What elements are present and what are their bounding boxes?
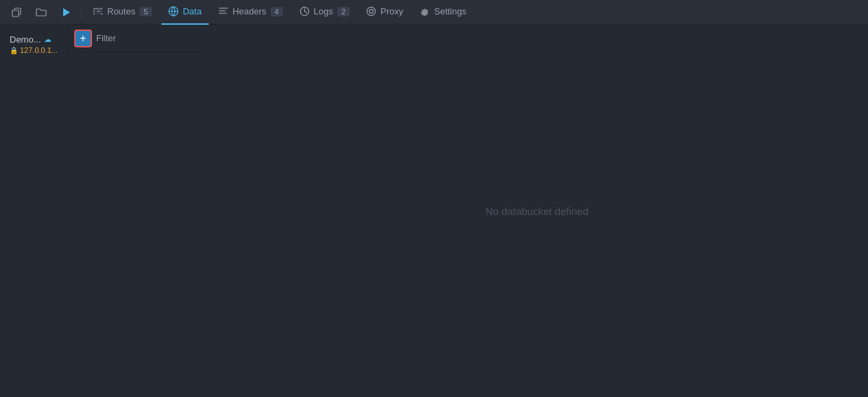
svg-marker-1 <box>63 8 70 16</box>
nav-settings[interactable]: Settings <box>413 0 473 25</box>
proxy-icon <box>366 6 376 16</box>
svg-point-11 <box>367 7 375 15</box>
demo-cloud-icon: ☁ <box>44 35 52 44</box>
play-button[interactable] <box>55 3 77 22</box>
svg-rect-4 <box>93 13 102 14</box>
main-content: Demo... ☁ 🔒 127.0.0.1... + No databucket… <box>0 25 868 397</box>
data-label: Data <box>183 6 201 16</box>
new-window-icon <box>11 7 22 18</box>
svg-point-10 <box>369 10 374 14</box>
data-svg <box>168 6 179 16</box>
logs-badge: 2 <box>337 7 350 16</box>
svg-rect-0 <box>12 10 19 16</box>
top-navigation: Routes 5 Data Headers 4 <box>0 0 868 25</box>
headers-svg <box>218 6 229 16</box>
lock-icon: 🔒 <box>10 47 18 54</box>
routes-badge: 5 <box>139 7 152 16</box>
data-panel-toolbar: + <box>69 25 205 52</box>
add-databucket-button[interactable]: + <box>74 30 92 47</box>
svg-rect-6 <box>219 8 228 9</box>
headers-badge: 4 <box>271 7 283 16</box>
nav-proxy[interactable]: Proxy <box>359 0 410 25</box>
settings-label: Settings <box>434 6 466 16</box>
routes-svg <box>93 6 103 16</box>
data-panel: + <box>69 25 206 397</box>
folder-icon <box>36 7 47 18</box>
svg-rect-3 <box>93 11 102 12</box>
nav-routes[interactable]: Routes 5 <box>86 0 159 25</box>
routes-icon <box>93 6 103 16</box>
filter-input[interactable] <box>96 33 212 43</box>
content-area: No databucket defined <box>206 25 868 397</box>
svg-rect-7 <box>219 10 225 12</box>
logs-icon <box>299 6 310 16</box>
demo-name: Demo... <box>10 34 41 45</box>
proxy-svg <box>366 6 376 16</box>
headers-label: Headers <box>233 6 266 16</box>
nav-separator-1 <box>81 5 82 19</box>
settings-icon <box>420 6 430 16</box>
new-window-button[interactable] <box>5 3 27 22</box>
svg-rect-8 <box>219 12 227 14</box>
routes-label: Routes <box>107 6 135 16</box>
demo-url: 🔒 127.0.0.1... <box>10 46 58 54</box>
nav-logs[interactable]: Logs 2 <box>293 0 356 25</box>
logs-label: Logs <box>314 6 333 16</box>
sidebar: Demo... ☁ 🔒 127.0.0.1... <box>0 25 69 397</box>
headers-icon <box>218 6 229 16</box>
sidebar-item-demo[interactable]: Demo... ☁ 🔒 127.0.0.1... <box>3 30 65 58</box>
svg-rect-2 <box>93 8 102 9</box>
folder-button[interactable] <box>30 3 52 22</box>
add-btn-label: + <box>80 32 86 45</box>
empty-message: No databucket defined <box>486 205 589 217</box>
settings-svg <box>420 6 430 16</box>
data-icon <box>168 6 179 16</box>
nav-data[interactable]: Data <box>161 0 208 25</box>
nav-headers[interactable]: Headers 4 <box>212 0 290 25</box>
proxy-label: Proxy <box>380 6 403 16</box>
play-icon <box>60 7 71 18</box>
logs-svg <box>299 6 310 16</box>
